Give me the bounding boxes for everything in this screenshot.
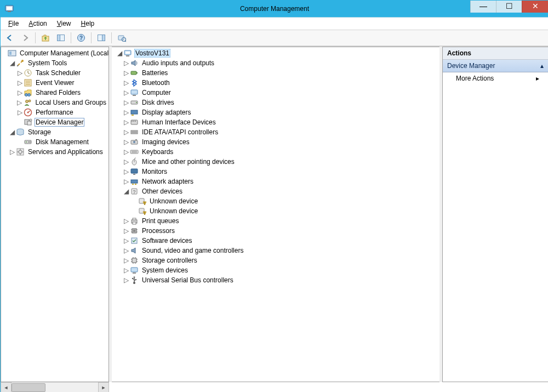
- action-more-actions[interactable]: More Actions ▸: [443, 72, 548, 84]
- device-category[interactable]: ▷Network adapters: [115, 177, 439, 186]
- expand-icon[interactable]: ▷: [123, 149, 129, 155]
- help-button[interactable]: ?: [74, 31, 88, 44]
- device-category[interactable]: ▷Processors: [115, 226, 439, 236]
- svg-point-88: [132, 278, 133, 279]
- up-button[interactable]: [38, 31, 53, 44]
- device-category[interactable]: ▷Mice and other pointing devices: [115, 157, 439, 167]
- expand-icon[interactable]: ▷: [123, 158, 129, 165]
- forward-button[interactable]: [18, 31, 32, 44]
- device-unknown[interactable]: ▷!Unknown device: [115, 196, 439, 206]
- expand-icon[interactable]: ▷: [123, 228, 129, 234]
- expand-icon[interactable]: ▷: [123, 109, 129, 116]
- device-category[interactable]: ▷Display adapters: [115, 107, 439, 117]
- collapse-icon[interactable]: ◢: [116, 50, 123, 56]
- device-category[interactable]: ▷Computer: [115, 88, 439, 98]
- tree-root[interactable]: ▷ Computer Management (Local: [1, 48, 109, 58]
- tree-performance[interactable]: ▷ Performance: [1, 107, 109, 117]
- svg-point-24: [25, 100, 28, 103]
- device-category[interactable]: ▷Print queues: [115, 216, 439, 226]
- device-category[interactable]: ▷Storage controllers: [115, 255, 439, 265]
- minimize-button[interactable]: —: [470, 1, 496, 13]
- expand-icon[interactable]: ▷: [16, 89, 23, 96]
- expand-icon[interactable]: ▷: [123, 60, 129, 66]
- expand-icon[interactable]: ▷: [123, 119, 129, 126]
- show-hide-action-pane-button[interactable]: [94, 31, 109, 44]
- scroll-track[interactable]: [12, 383, 98, 392]
- device-category[interactable]: ▷Software devices: [115, 236, 439, 246]
- expand-icon[interactable]: ▷: [16, 99, 23, 106]
- svg-rect-49: [132, 121, 133, 122]
- expand-icon[interactable]: ▷: [9, 149, 15, 155]
- device-category[interactable]: ▷Bluetooth: [115, 78, 439, 88]
- scroll-left-button[interactable]: ◄: [1, 382, 12, 392]
- expand-icon[interactable]: ▷: [123, 247, 129, 254]
- expand-icon[interactable]: ▷: [16, 70, 23, 76]
- expand-icon[interactable]: ▷: [123, 89, 129, 96]
- scroll-right-button[interactable]: ►: [98, 382, 109, 392]
- maximize-button[interactable]: ☐: [496, 1, 522, 13]
- device-category[interactable]: ▷IDE ATA/ATAPI controllers: [115, 127, 439, 137]
- svg-point-27: [27, 112, 29, 113]
- show-hide-tree-button[interactable]: [54, 31, 68, 44]
- expand-icon[interactable]: ▷: [123, 79, 129, 86]
- device-category[interactable]: ▷Audio inputs and outputs: [115, 58, 439, 68]
- tree-task-scheduler[interactable]: ▷ Task Scheduler: [1, 68, 109, 78]
- expand-icon[interactable]: ▷: [123, 168, 129, 175]
- device-category[interactable]: ▷Universal Serial Bus controllers: [115, 275, 439, 285]
- menu-action[interactable]: Action: [24, 19, 51, 29]
- unknown-device-icon: !: [138, 197, 146, 206]
- device-category[interactable]: ▷System devices: [115, 265, 439, 275]
- device-category[interactable]: ▷Disk drives: [115, 98, 439, 107]
- expand-icon[interactable]: ▷: [123, 237, 129, 244]
- tree-event-viewer[interactable]: ▷ Event Viewer: [1, 78, 109, 88]
- expand-icon[interactable]: ▷: [123, 139, 129, 145]
- close-button[interactable]: ✕: [522, 1, 548, 13]
- svg-point-56: [133, 141, 135, 143]
- tree-device-manager[interactable]: ▷ Device Manager: [1, 117, 109, 127]
- device-category[interactable]: ▷Keyboards: [115, 147, 439, 157]
- expand-icon[interactable]: ▷: [123, 129, 129, 135]
- actions-pane: Actions Device Manager ▴ More Actions ▸: [442, 47, 548, 382]
- expand-icon[interactable]: ▷: [123, 218, 129, 224]
- tree-shared-folders[interactable]: ▷ Shared Folders: [1, 88, 109, 98]
- expand-icon[interactable]: ▷: [123, 70, 129, 76]
- clock-icon: [24, 69, 32, 77]
- collapse-icon[interactable]: ◢: [9, 129, 15, 135]
- expand-icon[interactable]: ▷: [123, 99, 129, 106]
- expand-icon[interactable]: ▷: [16, 79, 23, 86]
- expand-icon[interactable]: ▷: [16, 109, 23, 116]
- device-category[interactable]: ▷Imaging devices: [115, 137, 439, 147]
- menu-file[interactable]: File: [4, 19, 23, 29]
- tree-disk-management[interactable]: ▷ Disk Management: [1, 137, 109, 147]
- device-root[interactable]: ◢ VostroV131: [115, 48, 439, 58]
- actions-section-header[interactable]: Device Manager ▴: [443, 60, 548, 72]
- tree-local-users[interactable]: ▷ Local Users and Groups: [1, 98, 109, 107]
- svg-rect-38: [125, 52, 130, 54]
- collapse-icon[interactable]: ◢: [123, 188, 129, 195]
- device-category[interactable]: ▷Batteries: [115, 68, 439, 78]
- back-button[interactable]: [3, 31, 17, 44]
- menu-view[interactable]: View: [53, 19, 76, 29]
- expand-icon[interactable]: ▷: [123, 178, 129, 185]
- device-unknown[interactable]: ▷!Unknown device: [115, 206, 439, 216]
- scroll-thumb[interactable]: [12, 383, 45, 392]
- device-other-devices[interactable]: ◢?Other devices: [115, 186, 439, 196]
- collapse-icon[interactable]: ◢: [9, 60, 15, 66]
- left-pane-hscrollbar[interactable]: ◄ ►: [1, 382, 109, 392]
- device-category[interactable]: ▷Human Interface Devices: [115, 117, 439, 127]
- device-tree-pane[interactable]: ◢ VostroV131 ▷Audio inputs and outputs ▷…: [112, 47, 439, 382]
- collapse-arrow-icon[interactable]: ▴: [540, 62, 544, 70]
- tree-services-apps[interactable]: ▷ Services and Applications: [1, 147, 109, 157]
- device-category[interactable]: ▷Monitors: [115, 167, 439, 177]
- titlebar[interactable]: Computer Management — ☐ ✕: [1, 1, 548, 18]
- expand-icon[interactable]: ▷: [123, 257, 129, 264]
- device-category[interactable]: ▷Sound, video and game controllers: [115, 246, 439, 255]
- tree-system-tools[interactable]: ◢ System Tools: [1, 58, 109, 68]
- console-tree-pane[interactable]: ▷ Computer Management (Local ◢ System To…: [1, 47, 109, 382]
- expand-icon[interactable]: ▷: [123, 277, 129, 283]
- menubar: File Action View Help: [1, 18, 548, 30]
- tree-storage[interactable]: ◢ Storage: [1, 127, 109, 137]
- menu-help[interactable]: Help: [77, 19, 99, 29]
- expand-icon[interactable]: ▷: [123, 267, 129, 274]
- scan-hardware-button[interactable]: [115, 31, 129, 44]
